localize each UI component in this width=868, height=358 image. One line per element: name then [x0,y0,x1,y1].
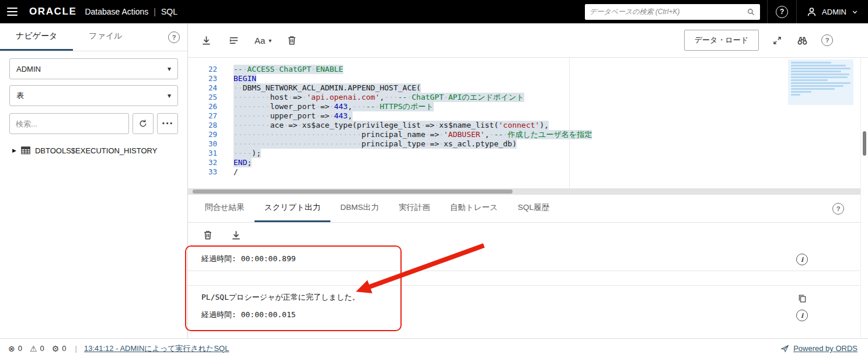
user-icon [806,6,817,17]
data-load-button[interactable]: データ・ロード [684,30,759,51]
sidebar-help-icon[interactable]: ? [168,31,180,43]
font-size-button[interactable]: Aa ▾ [255,36,271,45]
warning-counter[interactable]: ⚠ 0 [30,344,44,353]
code-lines: 22--·ACCESS·ChatGPT·ENABLE23BEGIN24··DBM… [188,65,868,177]
editor-minimap[interactable] [788,59,853,105]
line-number: 28 [188,121,217,130]
tab-files[interactable]: ファイル [73,23,138,51]
format-button[interactable] [227,34,240,47]
output-message: 経過時間: 00:00:00.899 [201,254,819,264]
search-icon [747,8,755,16]
vertical-scrollbar-thumb[interactable] [863,131,866,156]
object-tree: ▶ DBTOOLS$EXECUTION_HISTORY [0,143,187,158]
title-separator: | [154,7,156,16]
output-tab[interactable]: 自動トレース [440,195,508,222]
code-line: 28········ace·=>·xs$ace_type(privilege_l… [188,121,868,130]
output-toolbar [188,223,868,247]
more-actions-button[interactable]: ··· [157,113,178,134]
line-number: 27 [188,111,217,121]
trash-icon [287,35,297,45]
tree-item[interactable]: ▶ DBTOOLS$EXECUTION_HISTORY [0,143,187,158]
workspace: Aa ▾ データ・ロード ? [188,23,868,338]
output-panel: 問合せ結果スクリプト出力DBMS出力実行計画自動トレースSQL履歴? 経過時間:… [188,195,868,338]
editor-toolbar: Aa ▾ データ・ロード ? [188,23,868,58]
warning-count: 0 [40,344,44,353]
info-icon: i [796,310,808,321]
line-number: 32 [188,158,217,167]
output-tab[interactable]: DBMS出力 [330,195,389,222]
output-section: 経過時間: 00:00:00.899i [188,247,860,271]
last-run-link[interactable]: 13:41:12 - ADMINによって実行されたSQL [84,343,229,354]
clear-output-button[interactable] [201,229,214,241]
context-title: SQL [161,7,177,16]
schema-select[interactable]: ADMIN ▾ [9,58,178,79]
code-line: 32END; [188,158,868,167]
global-search-input[interactable] [590,8,747,16]
product-title: Database Actions [85,7,148,16]
code-line: 24··DBMS_NETWORK_ACL_ADMIN.APPEND_HOST_A… [188,83,868,93]
sidebar-tabs: ナビゲータ ファイル ? [0,23,187,51]
editor-help-icon[interactable]: ? [821,34,833,46]
line-number: 30 [188,139,217,149]
line-number: 24 [188,83,217,93]
line-number: 29 [188,130,217,139]
output-tabs: 問合せ結果スクリプト出力DBMS出力実行計画自動トレースSQL履歴? [188,195,868,223]
clear-editor-button[interactable] [285,34,298,47]
horizontal-scrollbar[interactable] [188,188,868,195]
task-count: 0 [62,344,66,353]
download-button[interactable] [200,34,213,47]
download-output-button[interactable] [229,229,243,242]
task-counter[interactable]: ⚙ 0 [52,344,67,353]
user-menu[interactable]: ADMIN [797,0,868,23]
global-search-box[interactable] [585,4,760,20]
app: ORACLE Database Actions | SQL ? ADMIN ナビ… [0,0,868,358]
powered-by-ords-link[interactable]: Powered by ORDS [793,344,857,353]
code-line: 30····························principal_… [188,139,868,149]
format-icon [228,35,239,46]
line-number: 26 [188,102,217,111]
output-tab[interactable]: 実行計画 [389,195,440,222]
output-message: PL/SQLプロシージャが正常に完了しました。 [201,293,819,302]
output-tab[interactable]: SQL履歴 [508,195,559,222]
output-tab[interactable]: スクリプト出力 [255,195,330,222]
hamburger-menu-icon[interactable] [7,8,18,16]
expand-button[interactable] [771,34,783,47]
send-icon [780,344,789,353]
line-number: 33 [188,167,217,177]
find-button[interactable] [796,34,809,47]
oracle-logo: ORACLE [29,6,76,17]
output-message: 経過時間: 00:00:00.015 [201,310,819,320]
help-icon[interactable]: ? [776,6,788,18]
editor-toolbar-right: データ・ロード ? [684,30,856,51]
output-section [188,271,860,286]
output-sections: 経過時間: 00:00:00.899iPL/SQLプロシージャが正常に完了しまし… [188,247,868,327]
output-tab[interactable]: 問合せ結果 [195,195,255,222]
line-number: 25 [188,93,217,102]
schema-select-value: ADMIN [16,65,41,73]
script-output-body: 経過時間: 00:00:00.899iPL/SQLプロシージャが正常に完了しまし… [188,247,868,338]
sql-editor[interactable]: 22--·ACCESS·ChatGPT·ENABLE23BEGIN24··DBM… [188,58,868,188]
sidebar-search-input[interactable] [9,113,129,134]
error-count: 0 [18,344,22,353]
info-button[interactable]: i [794,308,810,323]
topbar-help-block: ? [767,0,797,23]
warning-triangle-icon: ⚠ [30,344,37,353]
powered-by-block: Powered by ORDS [780,344,857,353]
tab-navigator[interactable]: ナビゲータ [0,23,73,51]
horizontal-scrollbar-thumb[interactable] [193,189,513,194]
code-line: 23BEGIN [188,74,868,83]
help-glyph: ? [780,8,784,16]
trash-icon [203,230,213,240]
statusbar: ⊗ 0 ⚠ 0 ⚙ 0 | 13:41:12 - ADMINによって実行されたS… [0,338,868,358]
vertical-scrollbar[interactable] [860,58,868,338]
output-help-icon[interactable]: ? [832,203,844,215]
error-counter[interactable]: ⊗ 0 [8,344,22,353]
code-line: 22--·ACCESS·ChatGPT·ENABLE [188,65,868,74]
info-button[interactable]: i [794,252,810,267]
code-line: 27········upper_port·=>·443, [188,111,868,121]
chevron-down-icon: ▾ [168,65,171,73]
object-type-select[interactable]: 表 ▾ [9,85,178,106]
code-line: 25········host·=>·'api.openai.com',···--… [188,93,868,102]
refresh-button[interactable] [133,113,154,134]
copy-button[interactable] [794,290,810,306]
